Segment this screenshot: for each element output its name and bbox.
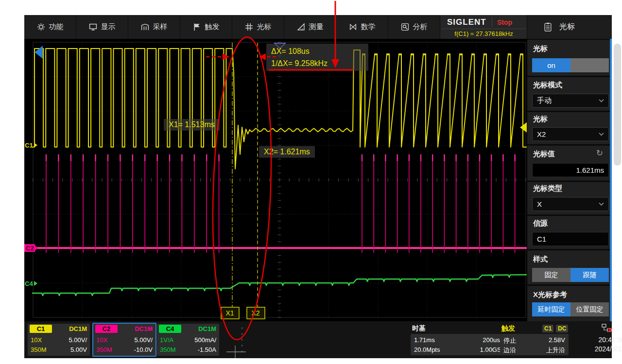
menu-label: 数学 bbox=[361, 22, 376, 32]
delay-fixed-button[interactable]: 延时固定 bbox=[532, 302, 570, 316]
network-disconnected-icon[interactable] bbox=[602, 324, 612, 332]
position-fixed-button[interactable]: 位置固定 bbox=[570, 302, 609, 316]
menu-item-utility[interactable]: 功能 bbox=[24, 15, 76, 39]
c2-badge: C2 bbox=[95, 325, 118, 333]
c4-probe: 1V/A bbox=[160, 336, 189, 344]
cursor-value-field[interactable]: 1.621ms bbox=[532, 163, 609, 177]
cursor-type-value: X bbox=[537, 200, 542, 208]
menu-label: 显示 bbox=[101, 22, 116, 32]
graticule-svg: X1 X2 C1 C2 C4 bbox=[24, 39, 527, 321]
menu-item-display[interactable]: 显示 bbox=[76, 15, 128, 39]
toggle-on-button[interactable]: on bbox=[532, 58, 570, 72]
c1-probe: 10X bbox=[31, 336, 60, 344]
panel-accent-edge bbox=[610, 39, 612, 321]
cursor-x2-readout: X2= 1.621ms bbox=[259, 146, 315, 158]
cursor-grid-icon bbox=[245, 23, 253, 31]
cursor-toggle-label: 光标 bbox=[533, 44, 548, 53]
menu-item-cursors[interactable]: 光标 bbox=[232, 15, 284, 39]
section-cursor-value: 光标值 ↻ 1.621ms bbox=[527, 146, 610, 181]
menu-label: 采样 bbox=[153, 22, 168, 32]
clock-time: 20:41:30 bbox=[570, 336, 622, 344]
menu-item-analysis[interactable]: 分析 bbox=[388, 15, 440, 39]
frequency-counter: f(C1) = 27.37618kHz bbox=[440, 30, 527, 37]
cursor-type-dropdown[interactable]: X bbox=[532, 197, 609, 211]
c2-bandwidth: 350M bbox=[96, 346, 125, 353]
cursor-value-text: 1.621ms bbox=[576, 166, 604, 174]
menu-item-measure[interactable]: 测量 bbox=[284, 15, 336, 39]
channel-c4-marker[interactable]: C4 bbox=[25, 280, 37, 287]
style-fixed-button[interactable]: 固定 bbox=[532, 268, 570, 282]
menu-item-math[interactable]: 数学 bbox=[336, 15, 388, 39]
c2-coupling: DC1M bbox=[135, 325, 153, 332]
toggle-off-button[interactable] bbox=[570, 58, 609, 72]
cursor-x1-readout: X1= 1.513ms bbox=[164, 119, 220, 131]
menu-item-acquire[interactable]: 采样 bbox=[128, 15, 180, 39]
cursor-select-value: X2 bbox=[537, 130, 546, 138]
cursor-delta-readout: ΔX= 108us 1/ΔX= 9.258kHz bbox=[266, 44, 368, 71]
section-cursor-toggle: 光标 on bbox=[527, 40, 610, 76]
channel-c2-marker[interactable]: C2 bbox=[24, 244, 38, 252]
section-cursor-mode: 光标模式 手动 bbox=[527, 77, 610, 111]
oscilloscope-window: 功能 显示 采样 触发 光标 测量 数学 分析 bbox=[24, 15, 612, 358]
channel-c1-marker[interactable]: C1 bbox=[25, 142, 37, 149]
panel-title: 光标 bbox=[559, 22, 575, 32]
menu-label: 光标 bbox=[257, 22, 272, 32]
menu-bar: 功能 显示 采样 触发 光标 测量 数学 分析 bbox=[24, 15, 612, 39]
position-fixed-label: 位置固定 bbox=[576, 305, 604, 314]
c1-badge: C1 bbox=[30, 325, 52, 333]
divider bbox=[492, 17, 492, 27]
section-cursor-type: 光标类型 X bbox=[527, 182, 610, 215]
menu-item-trigger[interactable]: 触发 bbox=[180, 15, 232, 39]
cursor-select-dropdown[interactable]: X2 bbox=[532, 127, 609, 141]
waveform-start-marker bbox=[35, 46, 43, 59]
c4-badge: C4 bbox=[159, 325, 181, 333]
menu-label: 分析 bbox=[413, 22, 428, 32]
page-scrollbar-thumb[interactable] bbox=[614, 44, 621, 165]
inverse-delta-x-value: 1/ΔX= 9.258kHz bbox=[271, 57, 363, 69]
delta-x-value: ΔX= 108us bbox=[271, 45, 363, 57]
channel-c2-descriptor[interactable]: C2 DC1M 10X 5.00V/ 350M -10.0V bbox=[92, 323, 156, 357]
cursor-x1-flag-label: X1 bbox=[225, 309, 234, 317]
divider bbox=[441, 29, 526, 29]
clipboard-icon bbox=[544, 22, 552, 32]
style-fixed-label: 固定 bbox=[545, 271, 558, 280]
gear-icon bbox=[37, 23, 45, 31]
source-label: 信源 bbox=[533, 219, 548, 228]
cursor-settings-panel: 光标 on 光标模式 手动 光标 X2 光标值 ↻ 1.621ms bbox=[527, 39, 610, 321]
c4-marker-label: C4 bbox=[25, 280, 33, 287]
refresh-icon[interactable]: ↻ bbox=[596, 148, 603, 158]
c1-coupling: DC1M bbox=[69, 325, 87, 332]
c2-offset: -10.0V bbox=[134, 346, 153, 353]
graticule-grid bbox=[33, 42, 526, 317]
timebase-box[interactable]: 1.71ms 200us/div 20.0Mpts 1.00GSa/s bbox=[411, 334, 513, 355]
channel-c1-descriptor[interactable]: C1 DC1M 10X 5.00V/ 350M 5.00V bbox=[28, 324, 90, 356]
channel-c4-descriptor[interactable]: C4 DC1M 1V/A 500mA/ 350M -1.50A bbox=[157, 324, 219, 356]
cursor-mode-label: 光标模式 bbox=[533, 81, 562, 90]
acquire-icon bbox=[141, 23, 149, 31]
cursor-type-label: 光标类型 bbox=[533, 184, 562, 193]
source-field[interactable]: C1 bbox=[532, 232, 609, 246]
style-follow-label: 跟随 bbox=[583, 271, 597, 280]
clock-date: 2024/3/21 bbox=[570, 345, 622, 353]
page: { "menu": { "items": [ {"label": "功能", "… bbox=[0, 0, 622, 364]
trigger-box[interactable]: 停止 2.58V 边沿 上升沿 bbox=[500, 334, 569, 355]
x-reference-label: X光标参考 bbox=[533, 290, 567, 299]
cursor-x2-flag[interactable]: X2 bbox=[247, 307, 265, 319]
cursor-x1-flag[interactable]: X1 bbox=[221, 307, 239, 319]
cursor-select-label: 光标 bbox=[533, 115, 548, 124]
logo-status-block: SIGLENT Stop f(C1) = 27.37618kHz bbox=[440, 15, 527, 39]
cursor-x2-flag-label: X2 bbox=[251, 309, 259, 317]
c1-marker-label: C1 bbox=[25, 142, 33, 149]
x-reference-buttons: 延时固定 位置固定 bbox=[532, 302, 609, 316]
acquisition-status: Stop bbox=[497, 18, 512, 26]
trigger-slope: 上升沿 bbox=[546, 346, 565, 355]
style-follow-button[interactable]: 跟随 bbox=[570, 268, 609, 282]
c4-bandwidth: 350M bbox=[160, 346, 189, 353]
crosshair-icon bbox=[225, 346, 247, 358]
section-x-reference: X光标参考 延时固定 位置固定 bbox=[527, 286, 610, 321]
cursor-value-label: 光标值 bbox=[533, 149, 555, 159]
waveform-display: X1 X2 C1 C2 C4 bbox=[24, 39, 527, 321]
cursor-mode-dropdown[interactable]: 手动 bbox=[532, 94, 609, 108]
trigger-coupling-badge: DC bbox=[556, 325, 568, 332]
trigger-level: 2.58V bbox=[549, 336, 565, 344]
